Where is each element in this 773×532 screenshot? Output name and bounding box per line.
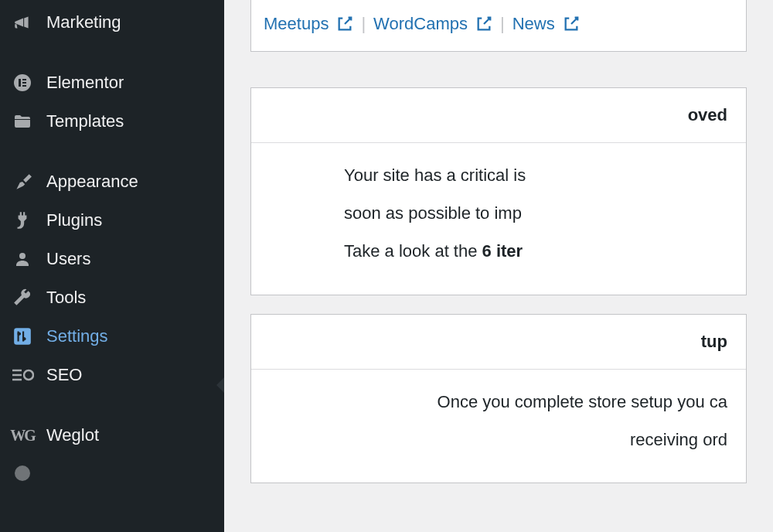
sliders-icon	[11, 326, 34, 346]
link-label: Meetups	[264, 14, 329, 34]
panel-title-fragment: oved	[688, 105, 727, 124]
sidebar-label: Users	[46, 249, 90, 269]
circle-icon	[11, 464, 34, 483]
link-label: WordCamps	[373, 14, 468, 34]
admin-sidebar: Marketing Elementor Templates Appearance…	[0, 0, 224, 532]
sidebar-item-seo[interactable]: SEO	[0, 356, 224, 394]
panel-body: Once you complete store setup you ca rec…	[251, 370, 746, 483]
text-line: receiving ord	[630, 430, 727, 449]
user-icon	[11, 250, 34, 268]
sidebar-label: Templates	[46, 111, 124, 131]
external-icon	[336, 15, 353, 32]
text-line: Once you complete store setup you ca	[438, 392, 727, 411]
link-wordcamps[interactable]: WordCamps	[373, 14, 492, 34]
sidebar-item-appearance[interactable]: Appearance	[0, 162, 224, 201]
seo-icon	[11, 367, 34, 383]
sidebar-label: SEO	[46, 365, 82, 385]
sidebar-item-settings[interactable]: Settings	[0, 317, 224, 356]
svg-point-8	[22, 337, 26, 340]
svg-rect-1	[19, 79, 21, 87]
sidebar-label: Weglot	[46, 425, 99, 445]
svg-point-7	[18, 332, 21, 336]
text-line: Your site has a critical is	[344, 165, 526, 185]
sidebar-label: Settings	[46, 326, 108, 346]
text-line: soon as possible to imp	[344, 203, 522, 223]
sidebar-item-extra[interactable]	[0, 455, 224, 492]
content-area: Meetups | WordCamps | News oved Your sit…	[224, 0, 773, 532]
panel-site-health: oved Your site has a critical is soon as…	[250, 87, 747, 295]
panel-body: Your site has a critical is soon as poss…	[251, 143, 746, 295]
svg-point-5	[19, 253, 26, 259]
brush-icon	[11, 172, 34, 192]
sidebar-label: Elementor	[46, 73, 124, 93]
megaphone-icon	[11, 12, 34, 32]
sidebar-item-plugins[interactable]: Plugins	[0, 201, 224, 240]
link-meetups[interactable]: Meetups	[264, 14, 353, 34]
sidebar-label: Tools	[46, 288, 86, 308]
panel-header: oved	[251, 88, 746, 143]
sidebar-label: Marketing	[46, 12, 121, 32]
link-label: News	[512, 14, 555, 34]
svg-point-12	[24, 370, 33, 380]
wrench-icon	[11, 288, 34, 308]
svg-rect-3	[22, 82, 26, 84]
external-icon	[475, 15, 492, 32]
text-bold: 6 iter	[482, 241, 523, 261]
link-news[interactable]: News	[512, 14, 580, 34]
external-icon	[563, 15, 580, 32]
text-prefix: Take a look at the	[344, 241, 482, 261]
folder-icon	[11, 112, 34, 131]
sidebar-item-elementor[interactable]: Elementor	[0, 63, 224, 102]
link-box: Meetups | WordCamps | News	[250, 0, 747, 52]
svg-rect-2	[22, 79, 26, 80]
sidebar-label: Plugins	[46, 210, 102, 230]
sidebar-item-weglot[interactable]: WG Weglot	[0, 416, 224, 455]
sidebar-item-tools[interactable]: Tools	[0, 278, 224, 317]
panel-title-fragment: tup	[701, 332, 727, 351]
separator: |	[361, 14, 366, 34]
sidebar-item-users[interactable]: Users	[0, 240, 224, 278]
elementor-icon	[11, 73, 34, 92]
panel-store-setup: tup Once you complete store setup you ca…	[250, 314, 747, 483]
svg-rect-4	[22, 85, 26, 87]
separator: |	[500, 14, 505, 34]
weglot-icon: WG	[11, 427, 34, 445]
sidebar-item-templates[interactable]: Templates	[0, 102, 224, 141]
plug-icon	[11, 210, 34, 230]
panel-header: tup	[251, 315, 746, 370]
sidebar-item-marketing[interactable]: Marketing	[0, 0, 224, 42]
svg-point-13	[15, 466, 30, 481]
sidebar-label: Appearance	[46, 172, 138, 192]
